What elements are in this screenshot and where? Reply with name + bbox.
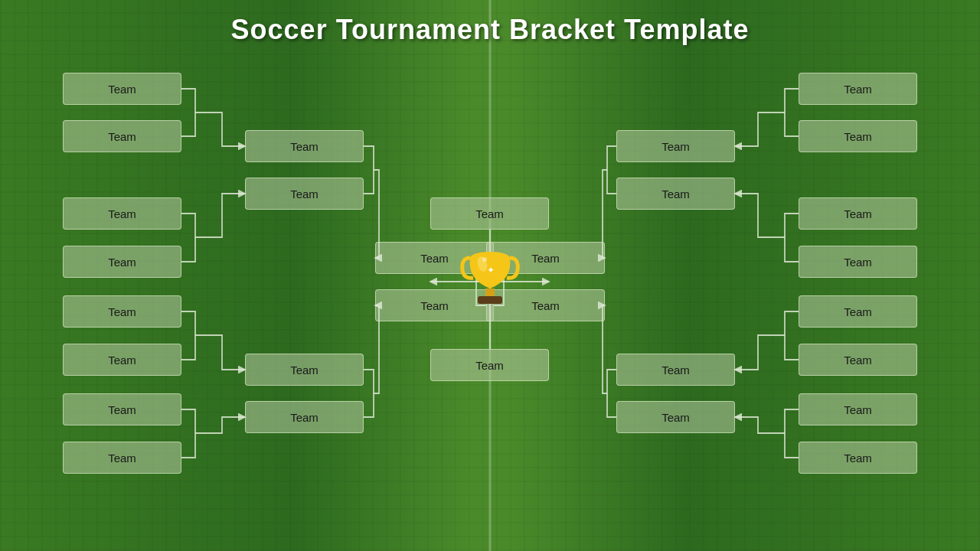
team-r1t4[interactable]: Team [799, 246, 917, 278]
team-l1t2[interactable]: Team [63, 120, 181, 152]
trophy-icon: ✦ [459, 241, 521, 310]
team-r2t1[interactable]: Team [616, 130, 735, 162]
team-l2t4[interactable]: Team [245, 401, 364, 433]
background: Soccer Tournament Bracket Template Team … [0, 0, 980, 551]
svg-point-3 [482, 257, 487, 262]
page-title: Soccer Tournament Bracket Template [0, 14, 980, 46]
team-l1t6[interactable]: Team [63, 344, 181, 376]
team-l2t2[interactable]: Team [245, 178, 364, 210]
team-r1t1[interactable]: Team [799, 73, 917, 105]
svg-text:✦: ✦ [487, 265, 495, 276]
svg-rect-5 [478, 296, 502, 304]
team-l2t3[interactable]: Team [245, 354, 364, 386]
svg-rect-4 [485, 289, 495, 296]
team-l1t1[interactable]: Team [63, 73, 181, 105]
team-l1t7[interactable]: Team [63, 393, 181, 425]
team-r2t2[interactable]: Team [616, 178, 735, 210]
team-r1t6[interactable]: Team [799, 344, 917, 376]
team-l1t3[interactable]: Team [63, 197, 181, 230]
team-r2t3[interactable]: Team [616, 354, 735, 386]
team-r2t4[interactable]: Team [616, 401, 735, 433]
team-l1t4[interactable]: Team [63, 246, 181, 278]
team-r1t7[interactable]: Team [799, 393, 917, 425]
team-r1t8[interactable]: Team [799, 442, 917, 474]
team-r1t2[interactable]: Team [799, 120, 917, 152]
team-r1t5[interactable]: Team [799, 295, 917, 328]
team-l2t1[interactable]: Team [245, 130, 364, 162]
team-l1t5[interactable]: Team [63, 295, 181, 328]
team-r1t3[interactable]: Team [799, 197, 917, 230]
team-l1t8[interactable]: Team [63, 442, 181, 474]
team-center-bottom[interactable]: Team [430, 349, 549, 381]
team-center-top[interactable]: Team [430, 197, 549, 230]
